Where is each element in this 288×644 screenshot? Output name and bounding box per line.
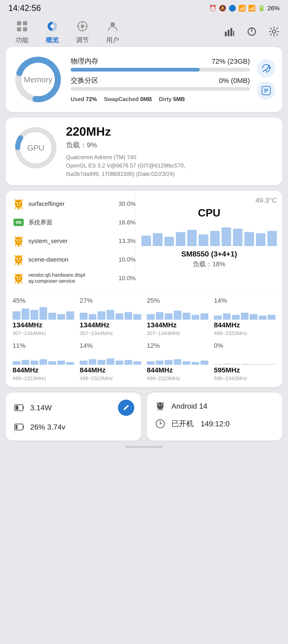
power-button[interactable] bbox=[245, 25, 259, 38]
core-item-6: 14% 844MHz 499~2323MHz bbox=[80, 342, 141, 382]
gpu-info: 220MHz 负载：9% Qualcomm Adreno (TM) 740 Op… bbox=[66, 124, 276, 178]
settings-button[interactable] bbox=[267, 25, 281, 38]
uptime-label: 已开机 bbox=[172, 419, 194, 429]
physical-bar-bg bbox=[70, 68, 250, 72]
features-icon bbox=[14, 18, 30, 34]
proc-icon-4 bbox=[12, 254, 24, 266]
core-pct-5: 11% bbox=[12, 342, 26, 350]
proc-icon-2 bbox=[12, 216, 24, 228]
core-item-8: 0% 595MHz 595~2342MHz bbox=[214, 342, 276, 382]
core-freq-7: 844MHz bbox=[147, 366, 173, 374]
chart-button[interactable] bbox=[222, 25, 236, 38]
status-icons: ⏰ 🔕 🔵 📶 📶 🔋 26% bbox=[209, 5, 280, 12]
physical-label: 物理内存 bbox=[70, 56, 98, 66]
cpu-chart-bar bbox=[222, 228, 231, 246]
svg-rect-8 bbox=[225, 32, 227, 36]
cpu-chart-bar bbox=[198, 234, 208, 246]
features-label: 功能 bbox=[16, 36, 28, 44]
proc-row-2: 系统界面 16.6% bbox=[12, 216, 136, 228]
core-bars-5 bbox=[12, 351, 74, 365]
core-range-6: 499~2323MHz bbox=[80, 376, 113, 382]
cpu-chart-bar bbox=[187, 230, 197, 246]
battery-value: 26% 3.74v bbox=[30, 423, 65, 432]
proc-row-5: vendor.qti.hardware.display.composer-ser… bbox=[12, 272, 136, 284]
swap-value: 0% (0MB) bbox=[219, 77, 250, 84]
proc-icon-1 bbox=[12, 198, 24, 210]
uptime-row: 已开机 149:12:0 bbox=[154, 417, 276, 430]
core-range-2: 307~1344MHz bbox=[80, 330, 113, 336]
proc-pct-4: 10.0% bbox=[118, 256, 136, 263]
core-item-3: 25% 1344MHz 307~1344MHz bbox=[147, 297, 208, 336]
memory-info: 物理内存 72% (23GB) 交换分区 0% (0MB) Used 72% S bbox=[70, 56, 250, 102]
physical-value: 72% (23GB) bbox=[212, 58, 250, 65]
core-freq-5: 844MHz bbox=[12, 366, 38, 374]
svg-point-38 bbox=[16, 276, 18, 278]
svg-rect-41 bbox=[23, 406, 24, 409]
bottom-row: 3.14W 26% 3.74v bbox=[6, 393, 282, 440]
scroll-indicator bbox=[126, 446, 162, 448]
swap-label: 交换分区 bbox=[70, 76, 98, 85]
cpu-chart-bar bbox=[233, 228, 242, 246]
svg-rect-11 bbox=[233, 31, 234, 36]
core-bars-7 bbox=[147, 351, 208, 365]
core-freq-4: 844MHz bbox=[214, 321, 240, 329]
svg-point-37 bbox=[15, 274, 22, 282]
power-meter-icon bbox=[12, 401, 26, 414]
memory-card: Memory 物理内存 72% (23GB) 交换分区 0% (0MB) bbox=[6, 47, 282, 112]
svg-point-48 bbox=[159, 404, 160, 406]
svg-point-35 bbox=[19, 258, 21, 259]
core-item-4: 14% 844MHz 499~2323MHz bbox=[214, 297, 276, 336]
physical-memory-row: 物理内存 72% (23GB) bbox=[70, 56, 250, 72]
proc-icon-5 bbox=[12, 272, 24, 284]
svg-point-33 bbox=[15, 255, 22, 264]
user-icon bbox=[105, 18, 120, 34]
battery-meter-icon bbox=[12, 420, 26, 434]
cpu-processes: surfaceflinger 30.0% 系统界面 16.6% bbox=[6, 191, 136, 291]
cpu-label: CPU bbox=[198, 206, 220, 219]
core-pct-7: 12% bbox=[147, 342, 160, 350]
power-edit-button[interactable] bbox=[118, 400, 134, 416]
cpu-chart-bar bbox=[176, 232, 185, 246]
svg-point-7 bbox=[110, 22, 115, 27]
cpu-chart-bar bbox=[142, 236, 151, 246]
core-pct-1: 45% bbox=[12, 297, 26, 304]
core-pct-6: 14% bbox=[80, 342, 93, 350]
nav-tab-features[interactable]: 功能 bbox=[7, 18, 37, 44]
cpu-chart bbox=[142, 223, 277, 246]
core-bars-8 bbox=[214, 351, 276, 365]
cpu-load: 负载：18% bbox=[193, 260, 225, 268]
proc-row-3: system_server 13.3% bbox=[12, 235, 136, 247]
core-range-1: 307~1344MHz bbox=[12, 330, 46, 336]
clock-icon bbox=[154, 417, 167, 430]
power-value: 3.14W bbox=[30, 404, 52, 412]
core-freq-8: 595MHz bbox=[214, 366, 240, 374]
core-range-8: 595~2342MHz bbox=[214, 376, 247, 382]
memory-donut-label: Memory bbox=[24, 75, 52, 84]
nav-bar: 功能 概览 调节 bbox=[0, 15, 288, 47]
android-icon bbox=[154, 400, 167, 412]
svg-point-6 bbox=[80, 24, 84, 28]
core-pct-3: 25% bbox=[147, 297, 160, 304]
core-freq-2: 1344MHz bbox=[80, 321, 110, 329]
svg-rect-45 bbox=[16, 425, 18, 429]
cpu-chart-bar bbox=[256, 233, 266, 246]
overview-icon bbox=[44, 18, 60, 34]
swap-bar-bg bbox=[70, 87, 250, 91]
proc-icon-3 bbox=[12, 235, 24, 247]
proc-name-3: system_server bbox=[28, 238, 115, 245]
memory-clean-button[interactable] bbox=[257, 59, 276, 78]
uptime-value: 149:12:0 bbox=[201, 420, 230, 428]
overview-label: 概览 bbox=[46, 36, 59, 44]
core-range-7: 499~2323MHz bbox=[147, 376, 180, 382]
cpu-top: surfaceflinger 30.0% 系统界面 16.6% bbox=[6, 191, 282, 291]
proc-name-5: vendor.qti.hardware.display.composer-ser… bbox=[28, 272, 115, 284]
battery-row: 26% 3.74v bbox=[12, 420, 134, 434]
bluetooth-icon: 🔵 bbox=[228, 5, 236, 12]
memory-info-button[interactable] bbox=[257, 81, 276, 100]
swap-row: 交换分区 0% (0MB) bbox=[70, 76, 250, 91]
nav-tab-overview[interactable]: 概览 bbox=[37, 18, 67, 44]
mute-icon: 🔕 bbox=[219, 5, 226, 12]
nav-tab-user[interactable]: 用户 bbox=[98, 18, 128, 44]
nav-tab-tune[interactable]: 调节 bbox=[67, 18, 98, 44]
core-range-3: 307~1344MHz bbox=[147, 330, 180, 336]
